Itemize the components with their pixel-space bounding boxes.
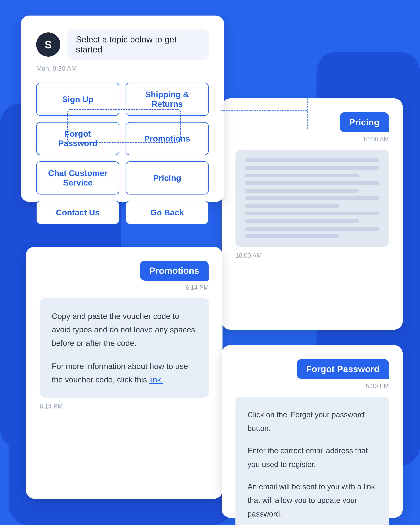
pricing-user-bubble: Pricing — [340, 112, 389, 132]
topic-btn-go-back[interactable]: Go Back — [126, 201, 209, 224]
pricing-bot-bubble — [236, 150, 389, 247]
line-9 — [245, 219, 359, 223]
promotions-user-message: Promotions — [40, 261, 209, 281]
topic-btn-shipping-returns[interactable]: Shipping & Returns — [126, 83, 209, 116]
promotions-bot-bubble: Copy and paste the voucher code to avoid… — [40, 298, 209, 398]
promotions-user-bubble: Promotions — [140, 261, 209, 281]
forgot-password-card: Forgot Password 5:30 PM Click on the 'Fo… — [222, 345, 403, 518]
forgot-user-bubble: Forgot Password — [297, 359, 389, 379]
line-11 — [245, 234, 339, 238]
topic-btn-pricing[interactable]: Pricing — [126, 161, 209, 195]
forgot-bot-line1: Click on the 'Forgot your password' butt… — [247, 408, 377, 435]
forgot-bot-bubble: Click on the 'Forgot your password' butt… — [236, 397, 389, 525]
pricing-chat-area: Pricing 10:00 AM 10:00 AM — [222, 98, 403, 259]
promotions-bot-line1: Copy and paste the voucher code to avoid… — [52, 309, 197, 350]
forgot-chat-area: Forgot Password 5:30 PM Click on the 'Fo… — [222, 345, 403, 525]
pricing-bot-lines — [245, 159, 379, 238]
line-4 — [245, 181, 379, 185]
pricing-card: Pricing 10:00 AM 10:00 AM — [222, 98, 403, 330]
welcome-message: Select a topic below to get started — [67, 29, 209, 60]
line-6 — [245, 197, 379, 200]
promotions-card: Promotions 6:14 PM Copy and paste the vo… — [26, 247, 222, 499]
line-1 — [245, 159, 379, 162]
avatar: S — [36, 32, 60, 56]
line-3 — [245, 174, 359, 178]
topic-btn-chat-customer-service[interactable]: Chat Customer Service — [36, 161, 119, 195]
topic-btn-sign-up[interactable]: Sign Up — [36, 83, 119, 116]
promotions-chat-area: Promotions 6:14 PM Copy and paste the vo… — [26, 247, 222, 398]
avatar-letter: S — [45, 38, 52, 51]
pricing-sent-timestamp: 10:00 AM — [236, 136, 389, 143]
topic-btn-promotions[interactable]: Promotions — [126, 122, 209, 155]
forgot-bot-line2: Enter the correct email address that you… — [247, 444, 377, 471]
promotions-link[interactable]: link. — [149, 375, 163, 384]
topics-card: S Select a topic below to get started Mo… — [21, 16, 224, 202]
line-7 — [245, 204, 339, 208]
topics-grid: Sign Up Shipping & Returns Forgot Passwo… — [21, 83, 224, 224]
topic-btn-forgot-password[interactable]: Forgot Password — [36, 122, 119, 155]
pricing-user-message: Pricing — [236, 112, 389, 132]
line-2 — [245, 166, 379, 170]
promotions-received-timestamp: 6:14 PM — [26, 403, 222, 410]
pricing-received-timestamp: 10:00 AM — [236, 252, 389, 259]
promotions-bot-line2: For more information about how to use th… — [52, 359, 197, 386]
forgot-sent-timestamp: 5:30 PM — [236, 383, 389, 390]
card-header: S Select a topic below to get started — [21, 16, 224, 65]
forgot-bot-line3: An email will be sent to you with a link… — [247, 480, 377, 521]
line-10 — [245, 227, 379, 231]
promotions-sent-timestamp: 6:14 PM — [40, 284, 209, 291]
forgot-user-message: Forgot Password — [236, 359, 389, 379]
line-5 — [245, 189, 359, 193]
message-timestamp: Mon, 9:30 AM — [21, 65, 224, 72]
line-8 — [245, 212, 379, 216]
topic-btn-contact-us[interactable]: Contact Us — [36, 201, 119, 224]
